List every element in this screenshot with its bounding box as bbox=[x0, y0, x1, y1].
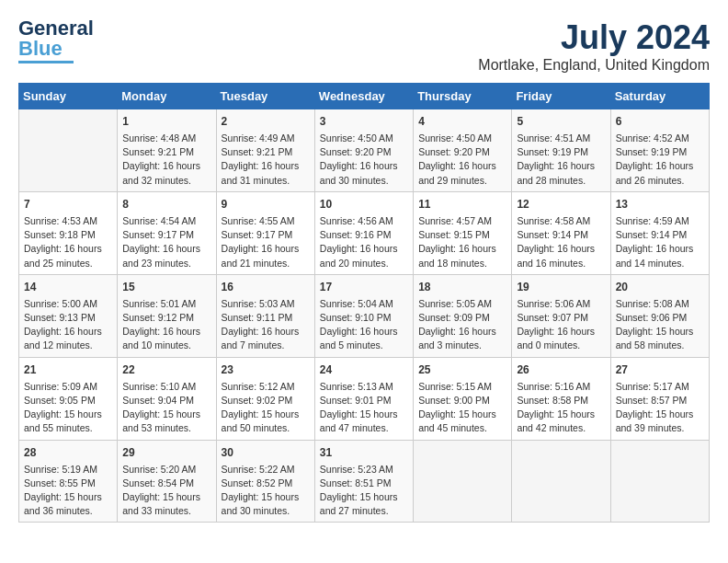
calendar-cell: 17 Sunrise: 5:04 AM Sunset: 9:10 PM Dayl… bbox=[314, 274, 413, 357]
calendar-cell bbox=[512, 440, 610, 523]
sunset-text: Sunset: 9:19 PM bbox=[517, 145, 605, 159]
sunrise-text: Sunrise: 5:09 AM bbox=[24, 380, 112, 394]
sunrise-text: Sunrise: 4:54 AM bbox=[122, 214, 210, 228]
cell-content: Sunrise: 5:12 AM Sunset: 9:02 PM Dayligh… bbox=[222, 380, 310, 436]
sunset-text: Sunset: 9:15 PM bbox=[418, 228, 506, 242]
calendar-cell bbox=[610, 440, 709, 523]
sunrise-text: Sunrise: 5:13 AM bbox=[320, 380, 408, 394]
daylight-text: Daylight: 15 hours and 47 minutes. bbox=[320, 408, 408, 435]
day-number: 22 bbox=[122, 362, 210, 378]
sunrise-text: Sunrise: 4:51 AM bbox=[517, 132, 605, 145]
sunrise-text: Sunrise: 5:05 AM bbox=[418, 297, 506, 311]
cell-content: Sunrise: 5:23 AM Sunset: 8:51 PM Dayligh… bbox=[320, 463, 408, 519]
header-saturday: Saturday bbox=[610, 84, 709, 109]
daylight-text: Daylight: 16 hours and 25 minutes. bbox=[24, 242, 112, 270]
daylight-text: Daylight: 15 hours and 39 minutes. bbox=[616, 408, 704, 435]
cell-content: Sunrise: 5:17 AM Sunset: 8:57 PM Dayligh… bbox=[616, 380, 704, 436]
calendar-cell: 21 Sunrise: 5:09 AM Sunset: 9:05 PM Dayl… bbox=[19, 357, 118, 440]
daylight-text: Daylight: 16 hours and 23 minutes. bbox=[122, 242, 210, 270]
sunset-text: Sunset: 9:20 PM bbox=[418, 145, 506, 159]
sunset-text: Sunset: 9:06 PM bbox=[616, 311, 704, 325]
sunset-text: Sunset: 9:01 PM bbox=[320, 394, 408, 408]
daylight-text: Daylight: 16 hours and 31 minutes. bbox=[222, 159, 310, 187]
day-number: 12 bbox=[517, 196, 605, 213]
logo-blue: Blue bbox=[18, 37, 63, 60]
sunrise-text: Sunrise: 5:16 AM bbox=[517, 380, 605, 394]
calendar-cell: 25 Sunrise: 5:15 AM Sunset: 9:00 PM Dayl… bbox=[414, 357, 512, 440]
sunset-text: Sunset: 9:11 PM bbox=[222, 311, 310, 325]
daylight-text: Daylight: 15 hours and 30 minutes. bbox=[222, 490, 310, 518]
day-number: 16 bbox=[222, 279, 310, 295]
cell-content: Sunrise: 5:15 AM Sunset: 9:00 PM Dayligh… bbox=[418, 380, 506, 436]
sunset-text: Sunset: 9:13 PM bbox=[24, 311, 112, 325]
calendar-cell: 27 Sunrise: 5:17 AM Sunset: 8:57 PM Dayl… bbox=[610, 357, 709, 440]
calendar-cell: 3 Sunrise: 4:50 AM Sunset: 9:20 PM Dayli… bbox=[314, 109, 413, 192]
cell-content: Sunrise: 4:48 AM Sunset: 9:21 PM Dayligh… bbox=[122, 132, 210, 188]
daylight-text: Daylight: 16 hours and 29 minutes. bbox=[418, 159, 506, 187]
sunset-text: Sunset: 9:17 PM bbox=[222, 228, 310, 242]
calendar-cell: 29 Sunrise: 5:20 AM Sunset: 8:54 PM Dayl… bbox=[118, 440, 216, 523]
day-number: 19 bbox=[517, 279, 605, 295]
page-header: GeneralBlue July 2024 Mortlake, England,… bbox=[18, 18, 710, 74]
day-number: 11 bbox=[418, 196, 506, 213]
cell-content: Sunrise: 4:58 AM Sunset: 9:14 PM Dayligh… bbox=[517, 214, 605, 270]
calendar-cell: 26 Sunrise: 5:16 AM Sunset: 8:58 PM Dayl… bbox=[512, 357, 610, 440]
daylight-text: Daylight: 15 hours and 33 minutes. bbox=[122, 490, 210, 518]
calendar-cell: 11 Sunrise: 4:57 AM Sunset: 9:15 PM Dayl… bbox=[414, 191, 512, 274]
calendar-cell: 19 Sunrise: 5:06 AM Sunset: 9:07 PM Dayl… bbox=[512, 274, 610, 357]
cell-content: Sunrise: 4:52 AM Sunset: 9:19 PM Dayligh… bbox=[616, 132, 704, 188]
calendar-cell: 23 Sunrise: 5:12 AM Sunset: 9:02 PM Dayl… bbox=[216, 357, 314, 440]
calendar-cell: 6 Sunrise: 4:52 AM Sunset: 9:19 PM Dayli… bbox=[610, 109, 709, 192]
sunset-text: Sunset: 9:10 PM bbox=[320, 311, 408, 325]
calendar-cell: 12 Sunrise: 4:58 AM Sunset: 9:14 PM Dayl… bbox=[512, 191, 610, 274]
sunset-text: Sunset: 9:16 PM bbox=[320, 228, 408, 242]
sunrise-text: Sunrise: 5:17 AM bbox=[616, 380, 704, 394]
sunset-text: Sunset: 8:54 PM bbox=[122, 477, 210, 490]
cell-content: Sunrise: 4:57 AM Sunset: 9:15 PM Dayligh… bbox=[418, 214, 506, 270]
header-thursday: Thursday bbox=[414, 84, 512, 109]
day-number: 10 bbox=[320, 196, 408, 213]
calendar-cell bbox=[414, 440, 512, 523]
day-number: 24 bbox=[320, 362, 408, 378]
sunrise-text: Sunrise: 5:03 AM bbox=[222, 297, 310, 311]
sunset-text: Sunset: 9:02 PM bbox=[222, 394, 310, 408]
sunrise-text: Sunrise: 4:50 AM bbox=[418, 132, 506, 145]
calendar-week-2: 7 Sunrise: 4:53 AM Sunset: 9:18 PM Dayli… bbox=[19, 191, 710, 274]
day-number: 1 bbox=[122, 113, 210, 130]
sunrise-text: Sunrise: 4:48 AM bbox=[122, 132, 210, 145]
calendar-cell: 1 Sunrise: 4:48 AM Sunset: 9:21 PM Dayli… bbox=[118, 109, 216, 192]
daylight-text: Daylight: 15 hours and 36 minutes. bbox=[24, 490, 112, 518]
sunset-text: Sunset: 8:52 PM bbox=[222, 477, 310, 490]
sunrise-text: Sunrise: 4:55 AM bbox=[222, 214, 310, 228]
cell-content: Sunrise: 5:08 AM Sunset: 9:06 PM Dayligh… bbox=[616, 297, 704, 353]
location-title: Mortlake, England, United Kingdom bbox=[478, 57, 710, 74]
daylight-text: Daylight: 15 hours and 45 minutes. bbox=[418, 408, 506, 435]
sunrise-text: Sunrise: 4:50 AM bbox=[320, 132, 408, 145]
sunset-text: Sunset: 9:20 PM bbox=[320, 145, 408, 159]
cell-content: Sunrise: 5:06 AM Sunset: 9:07 PM Dayligh… bbox=[517, 297, 605, 353]
sunrise-text: Sunrise: 4:57 AM bbox=[418, 214, 506, 228]
sunset-text: Sunset: 9:14 PM bbox=[517, 228, 605, 242]
daylight-text: Daylight: 16 hours and 16 minutes. bbox=[517, 242, 605, 270]
calendar-cell: 13 Sunrise: 4:59 AM Sunset: 9:14 PM Dayl… bbox=[610, 191, 709, 274]
sunrise-text: Sunrise: 4:59 AM bbox=[616, 214, 704, 228]
day-number: 25 bbox=[418, 362, 506, 378]
calendar-cell: 15 Sunrise: 5:01 AM Sunset: 9:12 PM Dayl… bbox=[118, 274, 216, 357]
header-friday: Friday bbox=[512, 84, 610, 109]
sunset-text: Sunset: 9:09 PM bbox=[418, 311, 506, 325]
calendar-cell: 7 Sunrise: 4:53 AM Sunset: 9:18 PM Dayli… bbox=[19, 191, 118, 274]
sunrise-text: Sunrise: 4:58 AM bbox=[517, 214, 605, 228]
header-sunday: Sunday bbox=[19, 84, 118, 109]
daylight-text: Daylight: 16 hours and 26 minutes. bbox=[616, 159, 704, 187]
day-number: 18 bbox=[418, 279, 506, 295]
sunset-text: Sunset: 9:12 PM bbox=[122, 311, 210, 325]
day-number: 31 bbox=[320, 444, 408, 461]
day-number: 6 bbox=[616, 113, 704, 130]
calendar-cell: 30 Sunrise: 5:22 AM Sunset: 8:52 PM Dayl… bbox=[216, 440, 314, 523]
daylight-text: Daylight: 16 hours and 21 minutes. bbox=[222, 242, 310, 270]
day-number: 29 bbox=[122, 444, 210, 461]
cell-content: Sunrise: 5:13 AM Sunset: 9:01 PM Dayligh… bbox=[320, 380, 408, 436]
day-number: 9 bbox=[222, 196, 310, 213]
logo: GeneralBlue bbox=[18, 18, 94, 63]
cell-content: Sunrise: 5:03 AM Sunset: 9:11 PM Dayligh… bbox=[222, 297, 310, 353]
